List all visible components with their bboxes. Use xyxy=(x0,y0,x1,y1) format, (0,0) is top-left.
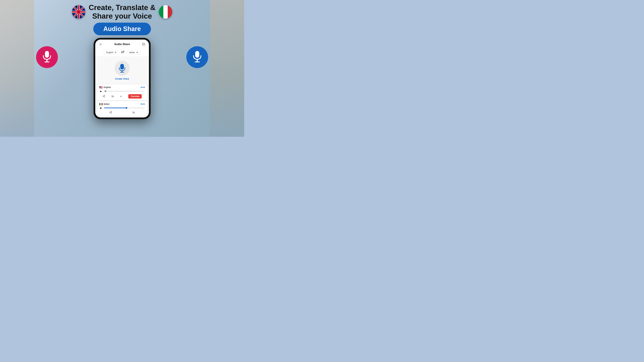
create-voice-label[interactable]: Create Voice xyxy=(115,77,129,80)
svg-rect-40 xyxy=(102,103,103,105)
headline-line2: Share your Voice xyxy=(89,12,156,20)
header: Create, Translate & Share your Voice xyxy=(0,3,244,20)
swap-languages-icon[interactable] xyxy=(121,50,124,54)
headline-line1: Create, Translate & xyxy=(89,3,156,12)
italian-progress-fill xyxy=(104,108,126,108)
italian-label: Italian xyxy=(99,103,110,105)
svg-line-37 xyxy=(103,95,104,96)
translate-button[interactable]: Translate xyxy=(128,94,142,98)
font-icon-english[interactable]: Tt xyxy=(111,95,114,98)
italian-audio-card: Italian 00:03 ▶ xyxy=(97,101,147,116)
svg-rect-24 xyxy=(120,72,124,72)
share-icon-english[interactable] xyxy=(102,95,105,98)
svg-rect-46 xyxy=(195,51,199,58)
svg-rect-48 xyxy=(195,61,200,62)
mic-bubble-right[interactable] xyxy=(186,46,208,68)
voice-mic-icon xyxy=(118,64,126,72)
english-time-badge: 00:05 xyxy=(140,86,145,88)
svg-line-45 xyxy=(110,112,111,112)
svg-rect-15 xyxy=(45,51,49,58)
italy-flag-icon xyxy=(159,5,172,18)
svg-rect-32 xyxy=(99,86,100,87)
svg-rect-38 xyxy=(99,103,100,105)
italy-flag-small-icon xyxy=(99,103,103,105)
voice-area: Create Voice xyxy=(95,57,149,83)
italian-card-language: Italian xyxy=(104,103,110,105)
phone-mockup: Audio Share English xyxy=(94,38,150,119)
banner-text: Audio Share xyxy=(103,25,141,32)
english-progress-dot xyxy=(105,90,106,92)
mic-bubble-left[interactable] xyxy=(36,46,58,68)
mic-left-icon xyxy=(42,51,52,63)
language-bar: English Italian xyxy=(95,48,149,57)
phone-topbar: Audio Share xyxy=(95,39,149,48)
english-action-row: Tt ✕ Translate xyxy=(99,93,145,98)
svg-rect-22 xyxy=(120,64,124,69)
us-flag-small-icon xyxy=(99,86,103,88)
svg-rect-16 xyxy=(46,59,48,62)
svg-rect-39 xyxy=(100,103,102,105)
svg-rect-29 xyxy=(99,87,103,88)
italian-action-row: Tt xyxy=(99,110,145,114)
svg-line-44 xyxy=(110,112,111,113)
source-language-chevron xyxy=(115,52,116,53)
history-icon[interactable] xyxy=(141,42,146,46)
italian-play-button[interactable]: ▶ xyxy=(99,106,103,110)
svg-rect-23 xyxy=(122,71,122,72)
settings-icon[interactable] xyxy=(98,42,103,46)
phone-area: Audio Share English xyxy=(0,38,244,119)
banner-pill: Audio Share xyxy=(93,23,151,35)
italian-progress-dot xyxy=(126,107,127,109)
italian-audio-controls: ▶ xyxy=(99,106,145,110)
main-content: Create, Translate & Share your Voice Aud… xyxy=(0,0,244,137)
svg-rect-12 xyxy=(163,5,168,18)
italian-card-header: Italian 00:03 xyxy=(99,103,145,105)
svg-rect-17 xyxy=(44,61,50,62)
italian-time-badge: 00:03 xyxy=(140,103,145,105)
uk-flag-icon xyxy=(72,5,85,18)
svg-point-18 xyxy=(100,44,101,45)
english-card-language: English xyxy=(104,86,111,88)
source-language-label: English xyxy=(106,51,113,54)
target-language-select[interactable]: Italian xyxy=(126,50,140,55)
mic-right-icon xyxy=(192,51,202,63)
headline: Create, Translate & Share your Voice xyxy=(89,3,156,20)
svg-line-36 xyxy=(103,96,104,97)
share-icon-italian[interactable] xyxy=(109,111,112,114)
svg-rect-47 xyxy=(197,59,198,62)
source-language-select[interactable]: English xyxy=(104,50,119,55)
english-card-header: English 00:05 xyxy=(99,86,145,88)
english-audio-card: English 00:05 ▶ xyxy=(97,84,147,100)
svg-rect-13 xyxy=(168,5,172,18)
font-icon-italian[interactable]: Tt xyxy=(132,111,135,114)
target-language-chevron xyxy=(136,52,138,53)
close-icon-english[interactable]: ✕ xyxy=(120,95,122,98)
english-progress-bar[interactable] xyxy=(104,91,145,91)
phone-title: Audio Share xyxy=(114,43,130,46)
italian-progress-bar[interactable] xyxy=(104,108,145,108)
target-language-label: Italian xyxy=(129,51,135,54)
voice-circle[interactable] xyxy=(114,61,130,76)
english-play-button[interactable]: ▶ xyxy=(99,89,103,93)
phone-screen: Audio Share English xyxy=(95,39,149,117)
english-audio-controls: ▶ xyxy=(99,89,145,93)
svg-rect-31 xyxy=(99,88,103,88)
english-label: English xyxy=(99,86,111,88)
